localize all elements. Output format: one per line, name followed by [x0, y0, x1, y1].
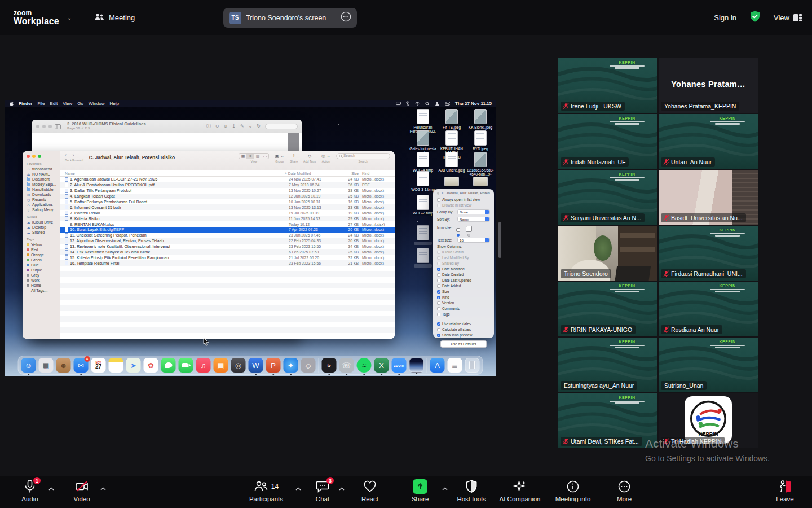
zoom-in-icon[interactable]: ⊕ [223, 124, 227, 129]
table-row[interactable]: 13. Reviewer's note Kualitatif, Observas… [60, 244, 395, 249]
ellipsis-icon[interactable] [341, 11, 351, 24]
share-button[interactable]: ↥Share [290, 153, 298, 163]
dock-icon-books[interactable]: ▤ [214, 358, 228, 373]
info-icon[interactable]: ⓘ [206, 123, 211, 129]
view-segmented-control[interactable]: ▦≡▥▭ View [239, 153, 269, 163]
participants-options-caret[interactable] [295, 483, 301, 493]
column-header[interactable]: Kind [362, 172, 369, 176]
sidebar-item[interactable]: Document [26, 177, 58, 182]
group-button[interactable]: ▣ ⌄Group [275, 153, 284, 163]
participant-tile[interactable]: KEPPINSutrisno_Unan [659, 338, 758, 392]
sidebar-item[interactable]: ▯Saling Meny... [26, 207, 58, 212]
shared-screen-pill[interactable]: TS Triono Soendoro's screen [223, 8, 357, 28]
sidebar-item[interactable]: ◷Recents [26, 197, 58, 202]
dock-icon-calendar[interactable]: NOV27 [91, 358, 106, 373]
desktop-icon[interactable]: WCG-3 1.bmp [409, 171, 436, 191]
dock-icon-contacts[interactable]: ☻ [56, 358, 71, 373]
sidebar-tag-item[interactable]: Green [26, 257, 58, 262]
view-option-checkbox[interactable]: Calculate all sizes [437, 327, 490, 332]
dock-icon-screen-preview[interactable] [409, 358, 424, 373]
desktop-icon[interactable] [467, 173, 494, 186]
column-checkbox[interactable]: ✓Date Modified [437, 266, 490, 272]
chevron-down-icon[interactable]: ⌄ [67, 15, 72, 21]
chat-button[interactable]: 3 Chat [308, 479, 337, 502]
view-button[interactable]: View [774, 14, 802, 22]
sidebar-item[interactable]: ◍Downloads [26, 192, 58, 197]
sidebar-tag-item[interactable]: All Tags... [26, 288, 58, 293]
sidebar-item[interactable]: ⏏NO NAME [26, 172, 58, 177]
sidebar-tag-item[interactable]: Red [26, 247, 58, 252]
participant-tile[interactable]: KEPPINUtami Dewi, STIKes Fat... [558, 393, 657, 448]
desktop-icon[interactable]: Fir-TS.jpeg [438, 109, 465, 129]
sign-in-button[interactable]: Sign in [714, 14, 736, 22]
zoom-out-icon[interactable]: ⊖ [215, 124, 219, 129]
column-checkbox[interactable]: Version [437, 300, 490, 306]
rotate-icon[interactable]: ↻ [257, 124, 261, 129]
spotlight-icon[interactable] [425, 102, 430, 106]
share-icon[interactable]: ↥ [232, 124, 236, 129]
meeting-info-button[interactable]: Meeting info [550, 479, 595, 502]
table-row[interactable]: 14. Etik Rekrutmen Subyek di RS atau Kli… [60, 249, 395, 255]
desktop-icon[interactable]: AJB Cinere.jpeg [438, 152, 465, 172]
back-forward-buttons[interactable]: ‹ › Back/Forward [65, 153, 83, 162]
control-center-icon[interactable] [445, 102, 450, 106]
menu-bar-clock[interactable]: Thu 27 Nov 11.15 [455, 101, 492, 106]
sidebar-tag-item[interactable]: Yellow [26, 242, 58, 247]
sidebar-tag-item[interactable]: Work [26, 278, 58, 283]
share-button[interactable]: Share [401, 479, 439, 502]
icon-size-small[interactable] [456, 228, 460, 237]
column-checkbox[interactable]: Date Added [437, 283, 490, 289]
zoom-window-icon[interactable] [38, 155, 41, 158]
table-row[interactable]: 10. Surat Layak Etik digiTEPP7 Apr 2022 … [60, 227, 395, 233]
desktop-icon[interactable]: WCG-2.bmp [409, 195, 436, 215]
dock-icon-finder[interactable]: ☺ [21, 358, 36, 373]
chat-options-caret[interactable] [339, 483, 345, 493]
sidebar-item[interactable]: ☁Desktop [26, 225, 58, 230]
select-value[interactable]: None [457, 209, 490, 214]
use-as-defaults-button[interactable]: Use as Defaults [440, 340, 487, 348]
apple-menu-icon[interactable] [9, 101, 14, 106]
table-row[interactable]: 16. Template Resume Final23 Feb 2023 15.… [60, 260, 395, 266]
sidebar-tag-item[interactable]: Home [26, 283, 58, 288]
table-row[interactable]: 6. Informed Consent 35 butir13 Nov 2025 … [60, 204, 395, 210]
dock-icon-messages[interactable] [161, 358, 176, 373]
participant-tile[interactable]: Triono Soendoro [558, 226, 657, 281]
column-checkbox[interactable]: ✓Kind [437, 295, 490, 300]
zoom-workplace-logo[interactable]: zoom Workplace [14, 10, 59, 26]
table-row[interactable]: 12. Algoritma Observasional, Rentan, Pro… [60, 238, 395, 244]
dock-icon-maps[interactable]: ➤ [126, 358, 141, 373]
desktop-icon[interactable] [438, 173, 465, 186]
select-value[interactable]: 16 [457, 238, 490, 243]
table-row[interactable]: 15. Kriteria Prinsip Etik Protokol Penel… [60, 255, 395, 260]
participant-tile[interactable]: KEPPINRosdiana An Nuur [659, 282, 758, 336]
desktop-icon[interactable]: BYD.jpeg [467, 130, 494, 151]
sidebar-item[interactable]: Mosley Seja... [26, 182, 58, 187]
markup-icon[interactable]: ✎ [240, 124, 244, 129]
view-options-popup[interactable]: C. Jadwal, Alur Telaah, Potensi Ri...Alw… [433, 189, 494, 338]
encryption-shield-icon[interactable] [749, 10, 761, 25]
participants-button[interactable]: 14 Participants [241, 479, 291, 502]
dock-icon-photos[interactable]: ✿ [144, 358, 158, 373]
dock-icon-spotify[interactable]: ≈ [357, 358, 372, 373]
add-tags-button[interactable]: ◇Add Tags [303, 153, 316, 163]
close-icon[interactable] [437, 192, 439, 195]
dock-icon-word[interactable]: W [249, 358, 263, 373]
sidebar-tag-item[interactable]: Gray [26, 273, 58, 278]
participant-tile[interactable]: KEPPINTri Hadiah KEPPIN [659, 393, 758, 448]
dock-icon-settings[interactable]: ◎ [231, 358, 246, 373]
dock-icon-gray-app[interactable]: ◇ [301, 358, 316, 373]
desktop-icon[interactable] [409, 225, 436, 245]
search-control[interactable]: Search Search [336, 153, 390, 163]
minimize-icon[interactable] [32, 155, 36, 158]
chevron-down-icon[interactable]: ⌄ [249, 124, 253, 129]
preview-search-field[interactable] [265, 124, 298, 129]
file-list-header[interactable]: Name˄ Date ModifiedSizeKind [60, 170, 395, 177]
finder-window[interactable]: Favorites⌂trionosoend...⏏NO NAMEDocument… [23, 151, 395, 339]
dock-icon-zoom[interactable]: zoom [392, 358, 407, 373]
wifi-icon[interactable] [414, 102, 420, 106]
dock-icon-trash[interactable] [465, 358, 480, 373]
close-icon[interactable] [27, 155, 30, 158]
sidebar-tag-item[interactable]: Blue [26, 262, 58, 268]
dock-icon-textedit[interactable]: ≣ [448, 358, 462, 373]
user-account-icon[interactable] [435, 102, 440, 106]
